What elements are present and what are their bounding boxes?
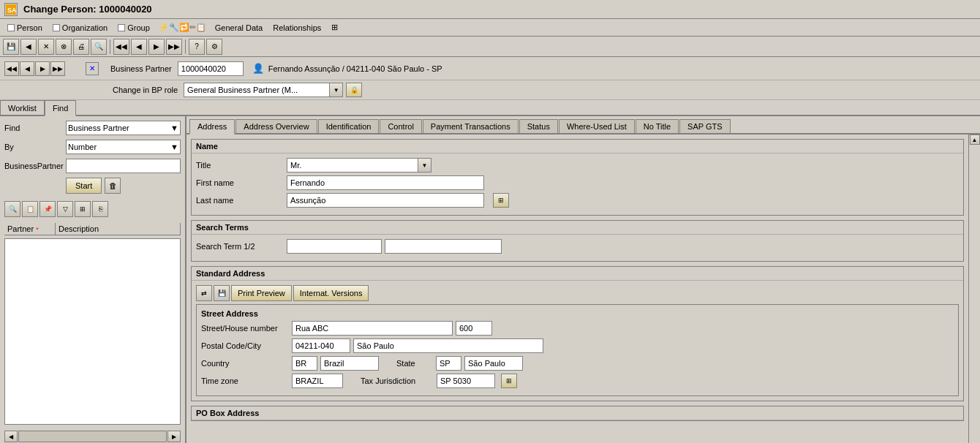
- right-scrollbar[interactable]: ▲ ▼: [968, 135, 980, 443]
- search-term-1-input[interactable]: [287, 239, 382, 254]
- street-section: Street Address Street/House number Posta…: [196, 304, 959, 396]
- left-tb-pin-btn[interactable]: 📌: [39, 201, 56, 217]
- nav-last-btn[interactable]: ▶▶: [50, 61, 65, 76]
- tab-sap-gts[interactable]: SAP GTS: [679, 119, 730, 133]
- name-section-title: Name: [192, 140, 963, 154]
- bp-label: Business Partner: [110, 64, 172, 73]
- nav-next-btn[interactable]: ▶: [35, 61, 50, 76]
- lastname-input[interactable]: [287, 193, 484, 208]
- nav-prev-btn[interactable]: ◀: [20, 61, 34, 76]
- tab-no-title[interactable]: No Title: [636, 119, 679, 133]
- toolbar-first-btn[interactable]: ◀◀: [113, 39, 129, 55]
- toolbar-last-btn[interactable]: ▶▶: [166, 39, 182, 55]
- menu-person[interactable]: Person: [3, 22, 47, 34]
- tab-control[interactable]: Control: [380, 119, 421, 133]
- left-tb-search-btn[interactable]: 🔍: [4, 201, 20, 217]
- toolbar-next-btn[interactable]: ▶: [148, 39, 165, 55]
- search-term-2-input[interactable]: [385, 239, 502, 254]
- state-name-input[interactable]: [464, 356, 523, 371]
- timezone-input[interactable]: [292, 374, 343, 388]
- menu-extras-icon: ⊞: [331, 23, 338, 32]
- person-checkbox: [7, 24, 15, 31]
- toolbar-find-btn[interactable]: 🔍: [91, 39, 107, 55]
- left-bottom-nav: ◀ ▶: [4, 431, 181, 442]
- tax-jurisdiction-picker-btn[interactable]: ⊞: [501, 374, 517, 388]
- standard-address-content: ⇄ 💾 Print Preview Internat. Versions Str…: [192, 281, 963, 401]
- tax-jurisdiction-label: Tax Jurisdiction: [361, 376, 434, 385]
- toolbar-exit-btn[interactable]: ✕: [38, 39, 54, 55]
- tab-where-used-list[interactable]: Where-Used List: [559, 119, 635, 133]
- menu-relationships[interactable]: Relationships: [268, 22, 325, 34]
- menu-general-data[interactable]: General Data: [211, 22, 267, 34]
- toolbar-settings-btn[interactable]: ⚙: [206, 39, 222, 55]
- firstname-label: First name: [196, 178, 284, 187]
- tab-worklist[interactable]: Worklist: [0, 100, 45, 115]
- menu-bar: Person Organization Group ⚡🔧🔁✏📋 General …: [0, 19, 980, 37]
- role-lock-btn[interactable]: 🔒: [346, 83, 362, 97]
- find-select[interactable]: Business Partner ▼: [66, 121, 181, 135]
- start-row: Start 🗑: [4, 178, 181, 194]
- left-nav-prev-btn[interactable]: ◀: [4, 431, 18, 442]
- find-row: Find Business Partner ▼: [4, 121, 181, 135]
- start-button[interactable]: Start: [66, 178, 102, 194]
- street-section-title: Street Address: [201, 309, 954, 318]
- lastname-label: Last name: [196, 196, 284, 205]
- businesspartner-input[interactable]: [66, 159, 181, 173]
- menu-organization[interactable]: Organization: [48, 22, 112, 34]
- timezone-label: Time zone: [201, 376, 289, 385]
- role-select-wrapper: ▼: [184, 83, 343, 97]
- menu-extras[interactable]: ⊞: [327, 21, 342, 34]
- nav-first-btn[interactable]: ◀◀: [4, 61, 19, 76]
- nav-row: ◀◀ ◀ ▶ ▶▶ ✕ Business Partner 1000040020 …: [0, 57, 980, 80]
- country-code-input[interactable]: [292, 356, 317, 371]
- left-tb-filter-btn[interactable]: ▽: [57, 201, 73, 217]
- street-input[interactable]: [292, 321, 453, 336]
- print-preview-btn[interactable]: Print Preview: [231, 285, 292, 301]
- delete-button[interactable]: 🗑: [105, 178, 121, 194]
- title-bar: SAP Change Person: 1000040020: [0, 0, 980, 19]
- state-code-input[interactable]: [436, 356, 461, 371]
- city-input[interactable]: [353, 338, 543, 353]
- tab-address-overview[interactable]: Address Overview: [235, 119, 317, 133]
- toolbar-help-btn[interactable]: ?: [189, 39, 205, 55]
- internat-versions-btn[interactable]: Internat. Versions: [293, 285, 369, 301]
- tax-jurisdiction-input[interactable]: [437, 374, 495, 388]
- tab-identification[interactable]: Identification: [318, 119, 380, 133]
- by-select[interactable]: Number ▼: [66, 140, 181, 154]
- role-dropdown-arrow[interactable]: ▼: [330, 83, 343, 97]
- lastname-picker-btn[interactable]: ⊞: [493, 193, 509, 208]
- addr-icon-btn-1[interactable]: ⇄: [196, 285, 212, 301]
- toolbar-back-btn[interactable]: ◀: [20, 39, 37, 55]
- role-input[interactable]: [184, 83, 330, 97]
- menu-group[interactable]: Group: [113, 22, 154, 34]
- main-layout: Find Business Partner ▼ By Number ▼ Busi…: [0, 116, 980, 443]
- toolbar-print-btn[interactable]: 🖨: [73, 39, 89, 55]
- tab-find[interactable]: Find: [45, 100, 76, 116]
- postal-code-input[interactable]: [292, 338, 350, 353]
- name-section-content: Title ▼ First name Last name: [192, 154, 963, 215]
- group-checkbox: [118, 24, 125, 31]
- menu-group-label: Group: [127, 23, 150, 32]
- inner-tabs: Address Address Overview Identification …: [186, 116, 980, 135]
- left-scrollbar[interactable]: [18, 431, 167, 442]
- left-tb-bookmark-btn[interactable]: 📋: [22, 201, 38, 217]
- tab-payment-transactions[interactable]: Payment Transactions: [423, 119, 519, 133]
- toolbar-save-btn[interactable]: 💾: [3, 39, 19, 55]
- left-tb-grid-btn[interactable]: ⊞: [75, 201, 91, 217]
- title-input[interactable]: [287, 158, 418, 173]
- left-nav-next-btn[interactable]: ▶: [167, 431, 181, 442]
- content-wrapper: Name Title ▼ First name: [186, 135, 980, 443]
- addr-icon-btn-2[interactable]: 💾: [214, 285, 230, 301]
- scroll-up-btn[interactable]: ▲: [970, 135, 980, 145]
- bp-x-icon[interactable]: ✕: [86, 62, 99, 75]
- firstname-input[interactable]: [287, 175, 484, 190]
- house-number-input[interactable]: [456, 321, 492, 336]
- tab-status[interactable]: Status: [519, 119, 558, 133]
- toolbar-prev-btn[interactable]: ◀: [131, 39, 147, 55]
- title-dropdown-arrow[interactable]: ▼: [418, 158, 431, 173]
- search-term-row: Search Term 1/2: [196, 239, 959, 254]
- toolbar-cancel-btn[interactable]: ⊗: [56, 39, 72, 55]
- left-tb-copy-btn[interactable]: ⎘: [92, 201, 108, 217]
- tab-address[interactable]: Address: [189, 119, 235, 135]
- country-name-input[interactable]: [320, 356, 379, 371]
